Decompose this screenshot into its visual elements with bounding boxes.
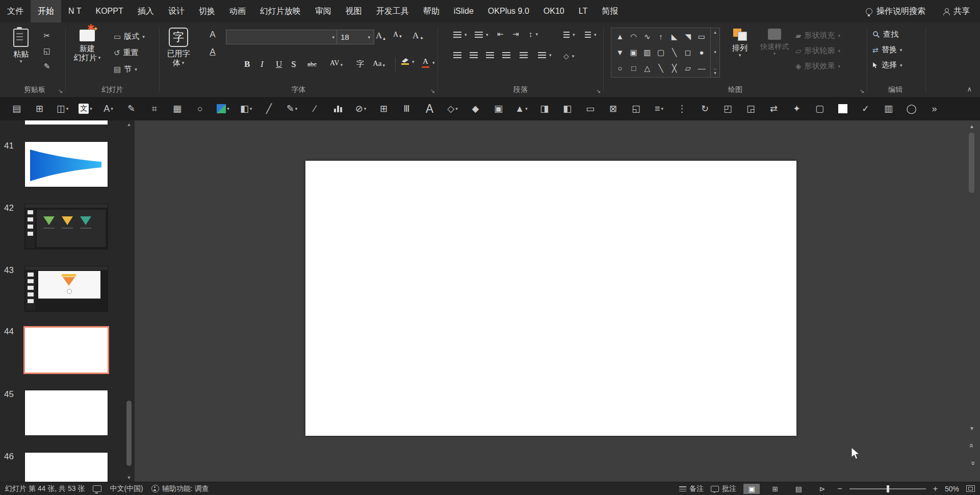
scroll-up-icon[interactable]: ▲ — [124, 120, 134, 129]
toolbar-group[interactable]: ◰ — [716, 103, 739, 114]
toolbar-picture-effects[interactable]: ▲▾ — [510, 104, 533, 114]
scroll-down-icon[interactable]: ▼ — [124, 474, 134, 482]
paste-button[interactable]: 粘贴 ▾ — [6, 29, 36, 64]
phonetic-guide-button[interactable]: 字 — [356, 59, 364, 69]
collapse-ribbon-button[interactable]: ∧ — [967, 85, 972, 93]
toolbar-more-tools[interactable]: » — [923, 104, 946, 114]
slide-thumbnail-45[interactable] — [25, 390, 108, 435]
align-center-button[interactable] — [470, 52, 478, 58]
toolbar-insert-table[interactable]: ⊞ — [372, 103, 395, 114]
shape-option[interactable]: ╲ — [668, 48, 681, 57]
shape-option[interactable]: ▱ — [682, 64, 694, 73]
tab-开始[interactable]: 开始 — [31, 0, 61, 22]
change-case-button[interactable]: Aa▾ — [373, 59, 385, 68]
slide-thumbnail-41[interactable] — [25, 142, 108, 187]
fit-to-window-button[interactable] — [966, 485, 975, 492]
toolbar-swap[interactable]: ⇄ — [762, 103, 785, 114]
notes-toggle[interactable]: 备注 — [679, 484, 704, 493]
quick-styles-button[interactable]: 快速样式 ▾ — [757, 29, 792, 57]
view-reading-button[interactable]: ▤ — [790, 484, 807, 494]
shape-option[interactable]: ● — [695, 48, 708, 57]
font-size-combobox[interactable]: 18 ▾ — [337, 30, 374, 44]
toolbar-distribute[interactable]: ⋮ — [670, 103, 693, 114]
share-button[interactable]: 共享 — [943, 6, 970, 17]
toolbar-font-color[interactable]: A▾ — [97, 104, 120, 114]
shapes-gallery-scrollbar[interactable]: ▴ ▾ ▾ — [710, 28, 719, 77]
toolbar-align-objects[interactable]: ≡▾ — [648, 104, 670, 114]
zoom-level[interactable]: 50% — [945, 485, 959, 493]
shape-option[interactable]: □ — [628, 64, 640, 73]
dialog-launcher-icon[interactable]: ↘ — [58, 88, 63, 94]
gallery-down-icon[interactable]: ▾ — [714, 50, 716, 55]
toolbar-text-highlight[interactable]: 文▾ — [74, 104, 97, 114]
ink-icon[interactable] — [93, 485, 101, 492]
shape-option[interactable]: ▲ — [614, 32, 626, 41]
toolbar-selection-check[interactable]: ✓ — [854, 103, 877, 114]
toolbar-stroke-width[interactable]: ∕ — [303, 104, 326, 114]
zoom-out-button[interactable]: − — [837, 484, 842, 493]
justify-button[interactable] — [502, 52, 510, 58]
toolbar-no-fill[interactable]: ⊘▾ — [349, 103, 372, 114]
accessibility-indicator[interactable]: 辅助功能: 调查 — [151, 484, 209, 493]
columns-button[interactable]: ▾ — [538, 52, 552, 58]
toolbar-fill-color[interactable]: ▾ — [212, 104, 235, 113]
bold-button[interactable]: B — [244, 59, 250, 69]
shape-option[interactable]: — — [695, 64, 708, 73]
tab-动画[interactable]: 动画 — [222, 0, 253, 22]
slide-thumbnail-44[interactable] — [25, 328, 108, 373]
cut-button[interactable]: ✂ — [41, 30, 53, 42]
section-button[interactable]: ▤ 节 ▾ — [114, 64, 137, 74]
shape-option[interactable]: ◠ — [628, 32, 640, 41]
toolbar-gradient-fill[interactable]: ◧▾ — [235, 103, 257, 114]
copy-button[interactable]: ◱ — [41, 45, 53, 57]
panel-scrollbar-thumb[interactable] — [126, 401, 132, 466]
shape-option[interactable]: ▥ — [641, 48, 653, 57]
font-tool-a-upper[interactable]: A — [207, 29, 219, 41]
toolbar-merge-shapes[interactable]: ◆ — [464, 103, 487, 114]
toolbar-ring-shape[interactable]: ◯ — [900, 103, 923, 114]
shape-option[interactable]: ↑ — [655, 32, 667, 41]
toolbar-white-swatch[interactable] — [831, 104, 854, 113]
scroll-down-icon[interactable]: ▼ — [966, 424, 978, 433]
toolbar-insert-chart[interactable] — [326, 105, 349, 112]
gallery-up-icon[interactable]: ▴ — [714, 30, 716, 35]
shape-option[interactable]: ╳ — [668, 64, 681, 73]
numbering-button[interactable]: ▾ — [475, 32, 488, 38]
find-button[interactable]: 查找 — [872, 30, 898, 39]
italic-button[interactable]: I — [261, 59, 264, 69]
toolbar-line-tool[interactable]: ╱ — [257, 103, 280, 114]
highlight-color-button[interactable]: ▾ — [401, 58, 415, 65]
tell-me-search[interactable]: 操作说明搜索 — [866, 6, 925, 17]
toolbar-picture-frame[interactable]: ▥ — [877, 103, 900, 114]
zoom-slider[interactable] — [849, 488, 926, 489]
shape-option[interactable]: ◣ — [668, 32, 681, 41]
tab-N T[interactable]: N T — [61, 0, 88, 22]
tab-插入[interactable]: 插入 — [131, 0, 161, 22]
layout-button[interactable]: ▭ 版式 ▾ — [114, 32, 145, 41]
bullets-button[interactable]: ▾ — [453, 32, 467, 38]
toolbar-delete-object[interactable]: ⊠ — [602, 103, 625, 114]
text-shadow-button[interactable]: S — [291, 59, 296, 69]
tab-LT[interactable]: LT — [572, 0, 595, 22]
panel-scrollbar[interactable]: ▲ ▼ — [124, 120, 134, 482]
previous-slide-button[interactable]: « — [966, 439, 978, 452]
toolbar-hash-grid[interactable]: ⌗ — [143, 104, 166, 114]
toolbar-bring-forward[interactable]: ◨ — [533, 103, 556, 114]
tab-切换[interactable]: 切换 — [192, 0, 222, 22]
shape-option[interactable]: ◻ — [682, 48, 694, 57]
zoom-slider-thumb[interactable] — [887, 485, 889, 492]
toolbar-rotate[interactable]: ↻ — [693, 103, 716, 114]
smartart-convert-button[interactable]: ◇ ▾ — [563, 52, 574, 60]
decrease-indent-button[interactable]: ⇤ — [497, 30, 504, 39]
toolbar-insert-picture[interactable]: ▦ — [166, 103, 189, 114]
toolbar-send-backward[interactable]: ◧ — [556, 103, 579, 114]
toolbar-format-painter[interactable]: ✎ — [120, 103, 143, 114]
tab-帮助[interactable]: 帮助 — [416, 0, 447, 22]
toolbar-pen-tool[interactable]: ✎▾ — [280, 103, 303, 114]
tab-文件[interactable]: 文件 — [0, 0, 31, 22]
shape-option[interactable]: ∿ — [641, 32, 653, 41]
shape-fill-button[interactable]: ▰ 形状填充 ▾ — [795, 31, 840, 40]
underline-button[interactable]: U — [276, 59, 282, 69]
align-left-button[interactable] — [453, 52, 461, 58]
canvas-scrollbar-thumb[interactable] — [969, 133, 974, 193]
